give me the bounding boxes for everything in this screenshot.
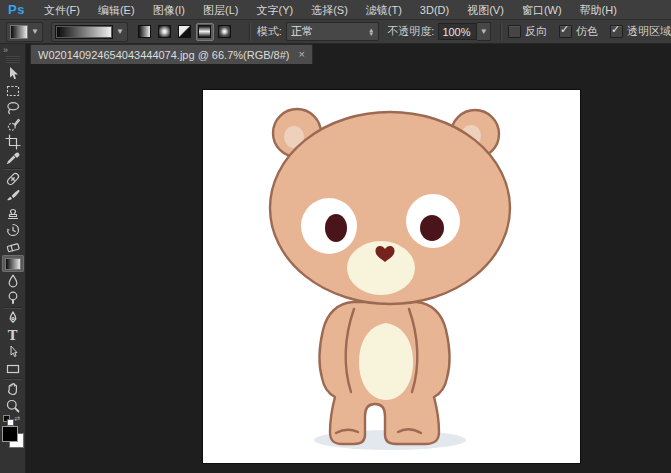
menu-item-10[interactable]: 帮助(H) (571, 0, 626, 20)
opacity-label: 不透明度: (387, 24, 434, 39)
menu-item-6[interactable]: 滤镜(T) (357, 0, 411, 20)
opacity-value: 100% (442, 26, 470, 38)
content-area: » T ⇄ W020140924654043444074.jpg @ 66.7%… (0, 44, 671, 473)
panel-grip[interactable] (6, 56, 20, 63)
photoshop-window: Ps 文件(F)编辑(E)图像(I)图层(L)文字(Y)选择(S)滤镜(T)3D… (0, 0, 671, 473)
path-selection-icon (5, 344, 21, 360)
opacity-field[interactable]: 100% (438, 23, 477, 40)
path-selection-tool[interactable] (2, 343, 24, 360)
radial-gradient-icon (158, 25, 171, 38)
linear-gradient-button[interactable] (136, 23, 154, 41)
diamond-gradient-icon (218, 25, 231, 38)
tools-panel: » T ⇄ (0, 44, 26, 473)
angle-gradient-button[interactable] (176, 23, 194, 41)
eraser-tool[interactable] (2, 238, 24, 255)
checkbox-仿色[interactable]: ✓仿色 (559, 24, 598, 39)
document-area: W020140924654043444074.jpg @ 66.7%(RGB/8… (26, 44, 671, 473)
switch-colors-icon[interactable]: ⇄ (15, 415, 21, 422)
menu-item-7[interactable]: 3D(D) (411, 0, 458, 20)
menu-item-3[interactable]: 图层(L) (194, 0, 247, 20)
clone-stamp-tool[interactable] (2, 204, 24, 221)
spot-healing-brush-tool[interactable] (2, 170, 24, 187)
blend-mode-value: 正常 (291, 24, 313, 39)
checkbox-label: 仿色 (576, 24, 598, 39)
document-tab[interactable]: W020140924654043444074.jpg @ 66.7%(RGB/8… (30, 44, 313, 64)
tool-preset-picker[interactable]: ▼ (6, 22, 43, 42)
move-icon (5, 66, 21, 82)
left-pupil (325, 214, 347, 242)
tool-group-divider (4, 168, 22, 169)
default-colors-icon[interactable] (3, 415, 10, 422)
updown-arrows-icon: ▲▼ (368, 28, 374, 36)
checkbox-checked-icon: ✓ (610, 25, 623, 38)
clone-stamp-icon (5, 205, 21, 221)
tool-group-divider (4, 307, 22, 308)
diamond-gradient-button[interactable] (216, 23, 234, 41)
reflected-gradient-icon (198, 25, 211, 38)
move-tool[interactable] (2, 65, 24, 82)
menu-item-5[interactable]: 选择(S) (302, 0, 357, 20)
menu-bar: Ps 文件(F)编辑(E)图像(I)图层(L)文字(Y)选择(S)滤镜(T)3D… (0, 0, 671, 20)
option-checkboxes: 反向✓仿色✓透明区域 (508, 24, 671, 39)
gradient-sample (55, 25, 113, 39)
chevron-down-icon: ▼ (116, 28, 124, 36)
checkbox-label: 反向 (525, 24, 547, 39)
linear-gradient-icon (138, 25, 151, 38)
dodge-icon (5, 290, 21, 306)
history-brush-tool[interactable] (2, 221, 24, 238)
angle-gradient-icon (178, 25, 191, 38)
gradient-preset-thumbnail (10, 25, 28, 39)
crop-tool[interactable] (2, 133, 24, 150)
menu-item-4[interactable]: 文字(Y) (247, 0, 302, 20)
close-icon[interactable]: × (299, 49, 305, 60)
pen-icon (5, 310, 21, 326)
menu-item-1[interactable]: 编辑(E) (89, 0, 144, 20)
menu-item-8[interactable]: 视图(V) (458, 0, 513, 20)
rectangle-icon (5, 361, 21, 377)
rectangular-marquee-tool[interactable] (2, 82, 24, 99)
quick-selection-tool[interactable] (2, 116, 24, 133)
chevron-down-icon: ▼ (480, 28, 488, 36)
radial-gradient-button[interactable] (156, 23, 174, 41)
menu-item-0[interactable]: 文件(F) (35, 0, 89, 20)
right-pupil (420, 215, 444, 241)
dodge-tool[interactable] (2, 289, 24, 306)
gradient-editor[interactable]: ▼ (51, 22, 128, 42)
document-title: W020140924654043444074.jpg @ 66.7%(RGB/8… (38, 49, 290, 61)
checkbox-反向[interactable]: 反向 (508, 24, 547, 39)
blend-mode-select[interactable]: 正常 ▲▼ (286, 22, 379, 41)
lasso-tool[interactable] (2, 99, 24, 116)
spot-healing-brush-icon (5, 171, 21, 187)
pen-tool[interactable] (2, 309, 24, 326)
tool-buttons: T (0, 65, 25, 414)
bear-illustration (203, 90, 580, 463)
type-icon: T (8, 326, 18, 344)
reflected-gradient-button[interactable] (196, 23, 214, 41)
crop-icon (5, 134, 21, 150)
blur-icon (5, 273, 21, 289)
checkbox-透明区域[interactable]: ✓透明区域 (610, 24, 671, 39)
type-tool[interactable]: T (2, 326, 24, 343)
eyedropper-tool[interactable] (2, 150, 24, 167)
hand-icon (5, 381, 21, 397)
document-canvas[interactable] (203, 90, 580, 463)
opacity-dropdown-button[interactable]: ▼ (477, 22, 491, 41)
menu-item-2[interactable]: 图像(I) (144, 0, 194, 20)
brush-tool[interactable] (2, 187, 24, 204)
quick-selection-icon (5, 117, 21, 133)
blur-tool[interactable] (2, 272, 24, 289)
gradient-type-buttons (136, 23, 234, 41)
gradient-tool[interactable] (2, 255, 24, 272)
brush-icon (5, 188, 21, 204)
rectangle-tool[interactable] (2, 360, 24, 377)
eyedropper-icon (5, 151, 21, 167)
checkbox-checked-icon: ✓ (559, 25, 572, 38)
hand-tool[interactable] (2, 380, 24, 397)
zoom-tool[interactable] (2, 397, 24, 414)
menu-item-9[interactable]: 窗口(W) (513, 0, 571, 20)
photoshop-logo: Ps (0, 2, 35, 17)
foreground-color-swatch[interactable] (2, 426, 18, 442)
history-brush-icon (5, 222, 21, 238)
collapse-panel-button[interactable]: » (3, 44, 8, 56)
belly-patch (359, 323, 413, 400)
